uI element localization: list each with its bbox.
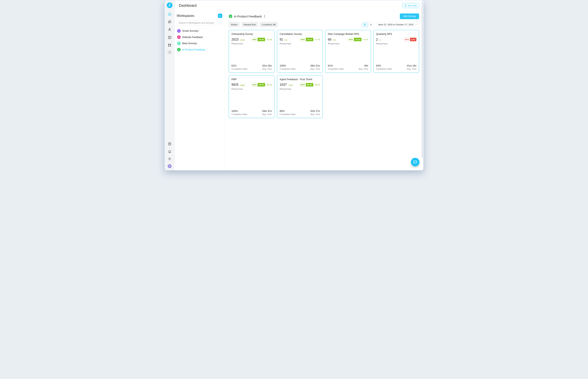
nav-flows[interactable] bbox=[167, 43, 172, 47]
svg-point-7 bbox=[170, 46, 171, 47]
completion-col: 66%Completion Rate bbox=[279, 110, 295, 116]
completion-col: 61%Completion Rate bbox=[232, 64, 247, 70]
add-workspace-button[interactable]: + bbox=[218, 14, 222, 18]
svg-rect-15 bbox=[364, 25, 365, 26]
metric-row: 9191NPS74.7374.73 bbox=[279, 38, 320, 41]
svg-point-0 bbox=[169, 21, 169, 22]
metric-row: 6666NPS74.2474.24 bbox=[328, 38, 368, 41]
chat-fab[interactable] bbox=[411, 158, 419, 166]
nav-home[interactable] bbox=[167, 12, 172, 16]
view-list-button[interactable] bbox=[368, 22, 374, 27]
card-footer: 61%Completion Rate02m 30sAvg. Time bbox=[232, 64, 272, 70]
date-range-picker[interactable]: April 22, 2020 to October 27, 2022 bbox=[376, 22, 419, 27]
nps-label: NPS bbox=[300, 38, 306, 41]
nav-feedback[interactable] bbox=[167, 20, 172, 24]
question-circle-icon bbox=[168, 142, 171, 146]
metric-row: 22NPS0.00 bbox=[376, 38, 416, 41]
workspace-item[interactable]: SBeta Surveys bbox=[177, 41, 222, 46]
workspaces-header: Workspaces + bbox=[177, 14, 222, 18]
nav-bottom: E bbox=[167, 142, 172, 168]
svg-rect-13 bbox=[364, 24, 365, 24]
responses-label: Responses bbox=[232, 42, 272, 45]
workspace-item[interactable]: SIn Product Feedback bbox=[177, 47, 222, 52]
grid-icon bbox=[364, 23, 366, 26]
nps-value: 74.73 bbox=[306, 38, 313, 41]
responses-metric: 99259925 bbox=[232, 83, 245, 87]
svg-rect-14 bbox=[365, 24, 366, 24]
completion-label: Completion Rate bbox=[232, 68, 247, 70]
filter-sort[interactable]: Newest first bbox=[241, 22, 258, 27]
avg-time-label: Avg. Time bbox=[311, 113, 320, 116]
survey-card[interactable]: Agent Feedback - Post Ticket16371637NPS8… bbox=[277, 75, 323, 118]
list-icon bbox=[369, 23, 372, 26]
user-avatar[interactable]: E bbox=[168, 164, 172, 168]
responses-delta: 91 bbox=[284, 39, 287, 41]
responses-metric: 6666 bbox=[328, 38, 336, 41]
nav-rail: Z + bbox=[165, 0, 175, 170]
nav-add-button[interactable]: + bbox=[167, 50, 172, 54]
survey-title: Onboarding Survey bbox=[232, 33, 272, 35]
responses-delta: 9925 bbox=[239, 84, 245, 87]
nps-metric: NPS0.00 bbox=[404, 38, 416, 41]
avg-time-value: 04m 47s bbox=[262, 110, 272, 112]
nps-value: 84.16 bbox=[258, 83, 265, 86]
svg-rect-3 bbox=[168, 36, 171, 39]
avg-time-col: 02m 30sAvg. Time bbox=[262, 64, 272, 70]
nav-help[interactable] bbox=[167, 142, 172, 146]
survey-card[interactable]: Cancellation Survey9191NPS74.7374.73Resp… bbox=[277, 30, 323, 73]
get-help-button[interactable]: Get Help bbox=[402, 3, 419, 8]
card-footer: 63%Completion Rate01m 16sAvg. Time bbox=[376, 64, 416, 70]
workspaces-sidebar: Workspaces + SSmart SurveysSWebsite Feed… bbox=[175, 11, 224, 170]
filter-locations[interactable]: Locations: All bbox=[260, 22, 278, 27]
user-icon bbox=[168, 28, 171, 31]
completion-col: 63%Completion Rate bbox=[376, 64, 392, 70]
responses-metric: 20232023 bbox=[232, 38, 245, 41]
survey-card[interactable]: New Campaign Builder NPS6666NPS74.2474.2… bbox=[325, 30, 371, 73]
workspace-badge: S bbox=[177, 48, 181, 51]
completion-value: 100% bbox=[232, 110, 247, 112]
bell-icon bbox=[168, 150, 171, 153]
view-grid-button[interactable] bbox=[362, 22, 368, 27]
nps-delta: 85.22 bbox=[314, 84, 320, 86]
responses-label: Responses bbox=[328, 42, 368, 45]
app-logo[interactable]: Z bbox=[167, 2, 173, 8]
survey-title: New Campaign Builder NPS bbox=[328, 33, 368, 35]
workspace-label: Beta Surveys bbox=[182, 42, 197, 45]
nps-label: NPS bbox=[251, 83, 258, 86]
filter-chips: Active Newest first Locations: All bbox=[229, 22, 278, 27]
completion-label: Completion Rate bbox=[279, 68, 295, 70]
nav-settings[interactable] bbox=[167, 157, 172, 161]
workspace-item[interactable]: SSmart Surveys bbox=[177, 29, 222, 33]
responses-value: 91 bbox=[279, 38, 283, 41]
workspace-item[interactable]: SWebsite Feedback bbox=[177, 35, 222, 39]
add-survey-button[interactable]: Add Survey bbox=[400, 14, 419, 19]
nps-delta: 74.73 bbox=[314, 38, 320, 41]
nps-metric: NPS75.2675.26 bbox=[251, 38, 272, 41]
responses-metric: 22 bbox=[376, 38, 381, 41]
nav-users[interactable] bbox=[167, 27, 172, 32]
nps-metric: NPS85.2285.22 bbox=[300, 83, 320, 87]
nps-pill: NPS74.24 bbox=[348, 38, 361, 41]
avg-time-label: Avg. Time bbox=[262, 68, 272, 70]
metric-row: 99259925NPS84.1684.16 bbox=[232, 83, 272, 87]
nav-notifications[interactable] bbox=[167, 149, 172, 154]
responses-delta: 2 bbox=[379, 39, 381, 41]
nav-calendar[interactable] bbox=[167, 35, 172, 40]
workspace-badge: S bbox=[229, 15, 232, 18]
completion-col: 100%Completion Rate bbox=[232, 110, 247, 116]
search-input[interactable] bbox=[177, 20, 222, 25]
chat-bubble-icon bbox=[168, 20, 171, 23]
view-toggle bbox=[362, 22, 374, 27]
survey-card[interactable]: PMF99259925NPS84.1684.16Responses100%Com… bbox=[229, 75, 274, 118]
chevron-down-icon bbox=[415, 24, 417, 26]
filter-status[interactable]: Active bbox=[229, 22, 240, 27]
completion-value: 100% bbox=[279, 64, 295, 67]
survey-card[interactable]: Quarterly NPS22NPS0.00Responses63%Comple… bbox=[373, 30, 419, 73]
nps-metric: NPS74.2474.24 bbox=[348, 38, 368, 41]
question-circle-icon bbox=[404, 4, 407, 7]
nps-metric: NPS84.1684.16 bbox=[251, 83, 272, 87]
workspace-menu-button[interactable] bbox=[264, 15, 265, 18]
nps-pill: NPS74.73 bbox=[300, 38, 313, 41]
survey-card[interactable]: Onboarding Survey20232023NPS75.2675.26Re… bbox=[229, 30, 274, 73]
nps-pill: NPS85.22 bbox=[300, 83, 313, 87]
